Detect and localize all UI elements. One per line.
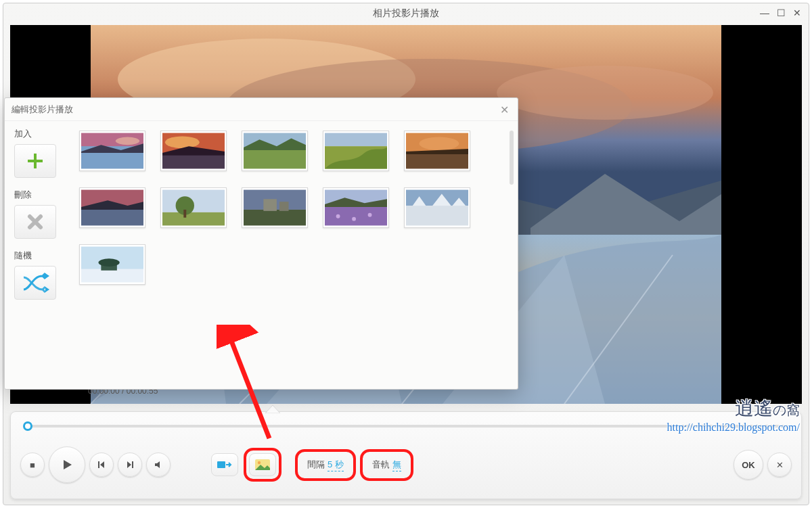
next-button[interactable]	[118, 453, 142, 477]
interval-value[interactable]: 5 秒	[328, 459, 344, 471]
delete-button[interactable]	[14, 205, 56, 239]
svg-rect-43	[81, 269, 143, 283]
svg-point-14	[116, 137, 139, 145]
svg-rect-7	[98, 461, 99, 468]
svg-rect-9	[217, 461, 225, 468]
highlight-edit	[244, 448, 281, 482]
seek-track	[24, 425, 788, 428]
svg-rect-20	[325, 133, 387, 147]
volume-button[interactable]	[146, 453, 171, 477]
dialog-close-button[interactable]: ✕	[497, 103, 511, 116]
thumbnail[interactable]	[79, 131, 145, 171]
audio-option[interactable]: 音軌 無	[365, 455, 408, 476]
add-button[interactable]	[14, 144, 56, 178]
svg-rect-33	[263, 199, 277, 211]
svg-rect-30	[183, 210, 186, 218]
dialog-scrollbar[interactable]	[504, 121, 518, 389]
thumbnail-grid	[72, 121, 504, 389]
dialog-title: 編輯投影片播放	[12, 103, 73, 116]
delete-label: 刪除	[14, 189, 72, 201]
window-title: 相片投影片播放	[373, 7, 439, 20]
stop-button[interactable]: ■	[20, 453, 45, 477]
edit-slideshow-button[interactable]	[249, 453, 276, 476]
svg-point-24	[420, 137, 459, 150]
svg-point-37	[336, 214, 340, 218]
interval-option[interactable]: 間隔 5 秒	[300, 455, 351, 476]
seek-thumb[interactable]	[23, 421, 32, 431]
audio-value[interactable]: 無	[392, 459, 401, 471]
maximize-button[interactable]: ☐	[775, 7, 787, 19]
minimize-button[interactable]: —	[759, 7, 771, 19]
thumbnail[interactable]	[79, 244, 145, 285]
svg-rect-41	[406, 206, 468, 225]
thumbnail[interactable]	[160, 187, 227, 228]
svg-rect-8	[132, 461, 133, 468]
thumbnail[interactable]	[323, 187, 389, 228]
svg-rect-34	[279, 202, 289, 211]
export-button[interactable]	[211, 453, 238, 476]
cancel-button[interactable]: ✕	[767, 453, 792, 477]
shuffle-button[interactable]	[14, 266, 56, 300]
close-button[interactable]: ✕	[791, 7, 803, 19]
thumbnail[interactable]	[160, 131, 227, 171]
control-bar: 00:00:00 / 00:00:55 ■	[10, 411, 802, 499]
ok-button[interactable]: OK	[734, 450, 763, 480]
svg-rect-36	[325, 204, 387, 225]
svg-point-38	[352, 217, 356, 221]
window-controls: — ☐ ✕	[759, 7, 803, 19]
svg-rect-19	[244, 147, 306, 168]
thumbnail[interactable]	[242, 131, 308, 171]
svg-point-17	[165, 136, 200, 148]
edit-dialog: 編輯投影片播放 ✕ 加入 刪除 隨機	[4, 97, 518, 390]
thumbnail[interactable]	[242, 187, 308, 228]
svg-point-39	[368, 213, 372, 217]
svg-rect-28	[162, 212, 225, 226]
highlight-interval: 間隔 5 秒	[295, 449, 356, 481]
prev-button[interactable]	[89, 453, 114, 477]
titlebar: 相片投影片播放 — ☐ ✕	[3, 3, 809, 24]
shuffle-label: 隨機	[14, 250, 72, 262]
scrollbar-thumb[interactable]	[510, 131, 514, 185]
thumbnail[interactable]	[404, 187, 470, 228]
thumbnail[interactable]	[323, 131, 389, 171]
interval-label: 間隔	[307, 459, 325, 471]
thumbnail[interactable]	[404, 131, 470, 171]
seek-bar[interactable]	[20, 420, 792, 432]
svg-point-45	[98, 258, 119, 267]
dialog-sidebar: 加入 刪除 隨機	[5, 121, 72, 389]
thumbnail[interactable]	[79, 187, 145, 228]
svg-point-5	[497, 66, 713, 120]
svg-rect-32	[244, 210, 306, 225]
play-button[interactable]	[49, 446, 85, 483]
add-label: 加入	[14, 128, 72, 140]
svg-point-11	[258, 461, 261, 464]
audio-label: 音軌	[372, 459, 390, 471]
dialog-titlebar: 編輯投影片播放 ✕	[5, 98, 518, 121]
svg-rect-26	[81, 207, 143, 225]
playback-buttons: ■	[20, 446, 171, 483]
highlight-audio: 音軌 無	[360, 449, 413, 481]
